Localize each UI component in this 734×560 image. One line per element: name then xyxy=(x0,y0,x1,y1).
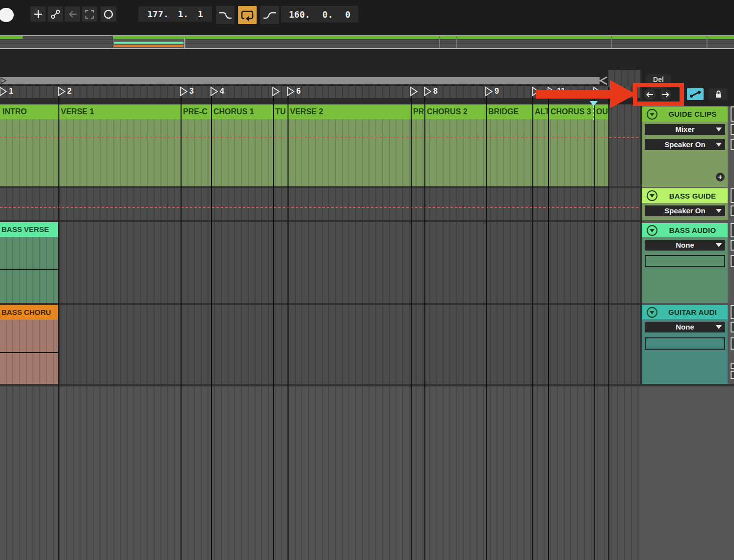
track-row-guitar[interactable] xyxy=(0,305,640,384)
clipped-panel-box xyxy=(731,223,734,237)
section-clip-verse-1[interactable]: VERSE 1 xyxy=(58,104,181,119)
overview-clip-segment xyxy=(457,36,611,39)
clipped-panel-box xyxy=(731,188,734,203)
section-boundary-line xyxy=(288,87,288,560)
fade-out-button[interactable] xyxy=(216,6,235,24)
track-name: BASS AUDIO xyxy=(657,226,728,234)
dropdown-none[interactable]: None xyxy=(645,240,725,251)
locator-marker[interactable] xyxy=(424,86,432,99)
selection-frame-icon xyxy=(84,9,95,20)
section-clip-chorus-3[interactable]: CHORUS 3 xyxy=(548,104,594,119)
locator-marker[interactable] xyxy=(58,86,66,99)
record-oval-icon[interactable] xyxy=(0,8,14,22)
dropdown-mixer[interactable]: Mixer xyxy=(645,124,725,135)
fold-track-icon[interactable] xyxy=(647,225,657,236)
clip-bass-verse-body[interactable] xyxy=(0,237,58,303)
track-header-guide-clips[interactable]: GUIDE CLIPS xyxy=(642,106,728,122)
loop-end-icon[interactable] xyxy=(599,76,608,85)
locator-marker[interactable] xyxy=(210,86,219,99)
clipped-panel-box xyxy=(731,205,734,216)
clip-bass-verse-header[interactable]: BASS VERSE xyxy=(0,222,58,237)
annotation-rectangle xyxy=(633,83,684,106)
track-header-guitar-audi[interactable]: GUITAR AUDI xyxy=(642,305,728,319)
clipped-panel-box xyxy=(731,322,734,332)
locator-marker[interactable] xyxy=(0,86,8,99)
fade-in-button[interactable] xyxy=(260,6,279,24)
link-nodes-button[interactable] xyxy=(48,6,63,22)
locator-marker[interactable] xyxy=(485,86,494,99)
fade-out-icon xyxy=(218,9,233,22)
section-clip-intro[interactable]: INTRO xyxy=(0,104,58,119)
locator-marker[interactable] xyxy=(410,86,419,99)
clipped-panel-box xyxy=(731,124,734,135)
annotation-arrow-body xyxy=(536,90,611,99)
clipped-panel-box xyxy=(731,106,734,122)
section-clip-chorus-2[interactable]: CHORUS 2 xyxy=(424,104,486,119)
back-arrow-button[interactable] xyxy=(65,6,80,22)
loop-length-display[interactable]: 160. 0. 0 xyxy=(281,6,358,23)
section-clip-bridge[interactable]: BRIDGE xyxy=(486,104,532,119)
fade-in-icon xyxy=(262,9,277,22)
section-clip-pr[interactable]: PR xyxy=(411,104,424,119)
section-boundary-line xyxy=(548,87,549,560)
section-boundary-line xyxy=(594,87,595,560)
automation-dashed-line-2 xyxy=(0,207,640,208)
track-row-bass-guide[interactable] xyxy=(0,188,640,220)
locator-number: 2 xyxy=(67,87,72,96)
section-clip-pre-c[interactable]: PRE-C xyxy=(181,104,211,119)
track-name: BASS GUIDE xyxy=(657,192,728,200)
selection-frame-button[interactable] xyxy=(82,6,97,22)
fold-track-icon[interactable] xyxy=(647,109,657,120)
clip-bass-chorus[interactable]: BASS CHORU xyxy=(0,305,58,384)
locator-marker[interactable] xyxy=(287,86,295,99)
draw-mode-icon xyxy=(689,90,702,99)
track-name: GUIDE CLIPS xyxy=(657,110,728,118)
track-header-bass-audio[interactable]: BASS AUDIO xyxy=(642,223,728,237)
section-clip-verse-2[interactable]: VERSE 2 xyxy=(288,104,411,119)
loop-start-icon xyxy=(0,77,7,84)
empty-value-box[interactable] xyxy=(645,255,725,267)
locator-number: 8 xyxy=(433,87,438,96)
section-boundary-line xyxy=(211,87,212,560)
add-button[interactable] xyxy=(30,6,46,22)
arrangement-position-display[interactable]: 177. 1. 1 xyxy=(138,6,212,22)
loop-button[interactable] xyxy=(238,6,257,24)
guide-clips-body[interactable] xyxy=(0,119,608,186)
dropdown-speaker-on[interactable]: Speaker On xyxy=(645,205,725,216)
locator-number: 3 xyxy=(189,87,194,96)
section-boundary-line xyxy=(532,87,533,560)
section-clip-alt[interactable]: ALT xyxy=(532,104,548,119)
track-header-bass-guide[interactable]: BASS GUIDE xyxy=(642,188,728,203)
circle-icon xyxy=(103,9,114,20)
clipped-panel-box xyxy=(731,371,734,379)
overview-clip-segment xyxy=(708,36,734,39)
arrangement-overview[interactable] xyxy=(0,35,734,49)
ableton-arrangement-view: 177. 1. 1 160. 0. 0 17719320922524125727… xyxy=(0,0,734,560)
fold-track-icon[interactable] xyxy=(647,307,657,318)
draw-mode-button[interactable] xyxy=(687,88,704,100)
circle-button[interactable] xyxy=(101,6,116,22)
section-clip-chorus-1[interactable]: CHORUS 1 xyxy=(211,104,273,119)
fold-track-icon[interactable] xyxy=(647,190,657,201)
dropdown-speaker-on[interactable]: Speaker On xyxy=(645,139,725,150)
locator-marker[interactable] xyxy=(180,86,188,99)
plus-icon xyxy=(33,9,43,19)
loop-brace[interactable] xyxy=(0,77,600,84)
overview-track-separator xyxy=(611,36,612,48)
add-automation-button[interactable]: + xyxy=(716,173,725,181)
clipped-panel-box xyxy=(731,363,734,369)
dropdown-none[interactable]: None xyxy=(645,322,725,332)
overview-clip-segment xyxy=(440,36,456,39)
empty-grid-area[interactable] xyxy=(0,386,640,560)
clip-bass-verse[interactable]: BASS VERSE xyxy=(0,222,58,303)
empty-value-box[interactable] xyxy=(645,337,725,350)
section-boundary-line xyxy=(486,87,487,560)
section-boundary-line xyxy=(181,87,182,560)
track-row-bass-audio[interactable] xyxy=(0,222,640,303)
locator-marker[interactable] xyxy=(272,86,281,99)
section-clip-tu[interactable]: TU xyxy=(273,104,288,119)
locator-number: 9 xyxy=(495,87,499,96)
lock-button[interactable] xyxy=(708,88,728,100)
section-clip-ou[interactable]: OU xyxy=(594,104,608,119)
clip-bass-chorus-header[interactable]: BASS CHORU xyxy=(0,305,58,320)
